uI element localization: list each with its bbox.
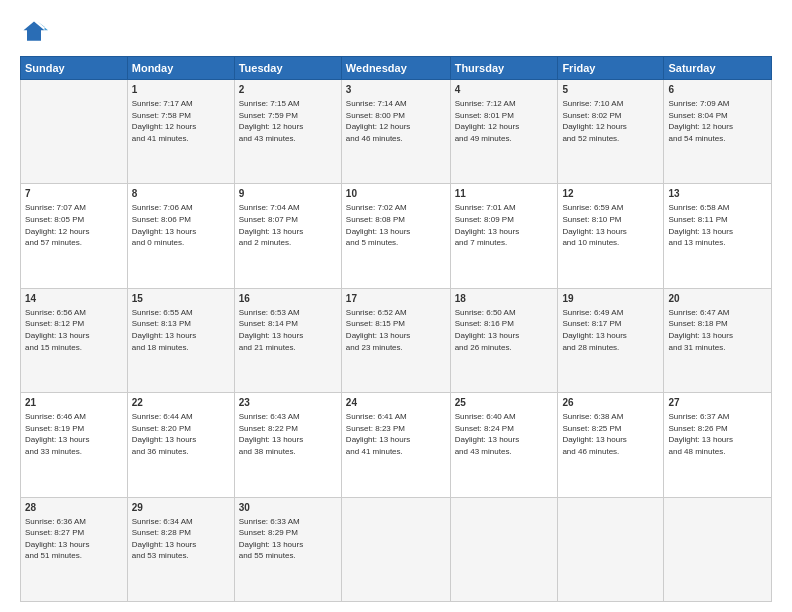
day-number: 3: [346, 83, 446, 97]
cell-2-2: 8Sunrise: 7:06 AM Sunset: 8:06 PM Daylig…: [127, 184, 234, 288]
week-row-1: 1Sunrise: 7:17 AM Sunset: 7:58 PM Daylig…: [21, 80, 772, 184]
cell-content: Sunrise: 6:55 AM Sunset: 8:13 PM Dayligh…: [132, 307, 230, 353]
cell-3-7: 20Sunrise: 6:47 AM Sunset: 8:18 PM Dayli…: [664, 288, 772, 392]
day-number: 21: [25, 396, 123, 410]
col-header-friday: Friday: [558, 57, 664, 80]
day-number: 28: [25, 501, 123, 515]
day-number: 23: [239, 396, 337, 410]
cell-1-3: 2Sunrise: 7:15 AM Sunset: 7:59 PM Daylig…: [234, 80, 341, 184]
cell-2-4: 10Sunrise: 7:02 AM Sunset: 8:08 PM Dayli…: [341, 184, 450, 288]
cell-5-4: [341, 497, 450, 601]
week-row-5: 28Sunrise: 6:36 AM Sunset: 8:27 PM Dayli…: [21, 497, 772, 601]
page: SundayMondayTuesdayWednesdayThursdayFrid…: [0, 0, 792, 612]
day-number: 16: [239, 292, 337, 306]
col-header-thursday: Thursday: [450, 57, 558, 80]
header-row: SundayMondayTuesdayWednesdayThursdayFrid…: [21, 57, 772, 80]
cell-1-1: [21, 80, 128, 184]
cell-2-1: 7Sunrise: 7:07 AM Sunset: 8:05 PM Daylig…: [21, 184, 128, 288]
cell-content: Sunrise: 6:34 AM Sunset: 8:28 PM Dayligh…: [132, 516, 230, 562]
day-number: 1: [132, 83, 230, 97]
day-number: 2: [239, 83, 337, 97]
cell-content: Sunrise: 7:02 AM Sunset: 8:08 PM Dayligh…: [346, 202, 446, 248]
cell-content: Sunrise: 7:09 AM Sunset: 8:04 PM Dayligh…: [668, 98, 767, 144]
cell-3-2: 15Sunrise: 6:55 AM Sunset: 8:13 PM Dayli…: [127, 288, 234, 392]
cell-4-7: 27Sunrise: 6:37 AM Sunset: 8:26 PM Dayli…: [664, 393, 772, 497]
cell-content: Sunrise: 6:58 AM Sunset: 8:11 PM Dayligh…: [668, 202, 767, 248]
calendar-table: SundayMondayTuesdayWednesdayThursdayFrid…: [20, 56, 772, 602]
cell-content: Sunrise: 6:53 AM Sunset: 8:14 PM Dayligh…: [239, 307, 337, 353]
cell-5-6: [558, 497, 664, 601]
cell-4-3: 23Sunrise: 6:43 AM Sunset: 8:22 PM Dayli…: [234, 393, 341, 497]
cell-content: Sunrise: 7:17 AM Sunset: 7:58 PM Dayligh…: [132, 98, 230, 144]
cell-content: Sunrise: 6:37 AM Sunset: 8:26 PM Dayligh…: [668, 411, 767, 457]
cell-content: Sunrise: 6:43 AM Sunset: 8:22 PM Dayligh…: [239, 411, 337, 457]
day-number: 24: [346, 396, 446, 410]
cell-4-4: 24Sunrise: 6:41 AM Sunset: 8:23 PM Dayli…: [341, 393, 450, 497]
day-number: 14: [25, 292, 123, 306]
cell-4-5: 25Sunrise: 6:40 AM Sunset: 8:24 PM Dayli…: [450, 393, 558, 497]
day-number: 27: [668, 396, 767, 410]
cell-3-5: 18Sunrise: 6:50 AM Sunset: 8:16 PM Dayli…: [450, 288, 558, 392]
logo-icon: [20, 18, 48, 46]
cell-3-4: 17Sunrise: 6:52 AM Sunset: 8:15 PM Dayli…: [341, 288, 450, 392]
cell-2-6: 12Sunrise: 6:59 AM Sunset: 8:10 PM Dayli…: [558, 184, 664, 288]
cell-3-1: 14Sunrise: 6:56 AM Sunset: 8:12 PM Dayli…: [21, 288, 128, 392]
cell-1-7: 6Sunrise: 7:09 AM Sunset: 8:04 PM Daylig…: [664, 80, 772, 184]
cell-2-3: 9Sunrise: 7:04 AM Sunset: 8:07 PM Daylig…: [234, 184, 341, 288]
cell-content: Sunrise: 6:40 AM Sunset: 8:24 PM Dayligh…: [455, 411, 554, 457]
cell-content: Sunrise: 7:14 AM Sunset: 8:00 PM Dayligh…: [346, 98, 446, 144]
cell-content: Sunrise: 7:01 AM Sunset: 8:09 PM Dayligh…: [455, 202, 554, 248]
cell-content: Sunrise: 6:47 AM Sunset: 8:18 PM Dayligh…: [668, 307, 767, 353]
day-number: 5: [562, 83, 659, 97]
col-header-wednesday: Wednesday: [341, 57, 450, 80]
cell-1-5: 4Sunrise: 7:12 AM Sunset: 8:01 PM Daylig…: [450, 80, 558, 184]
header: [20, 18, 772, 46]
cell-content: Sunrise: 7:06 AM Sunset: 8:06 PM Dayligh…: [132, 202, 230, 248]
cell-content: Sunrise: 6:38 AM Sunset: 8:25 PM Dayligh…: [562, 411, 659, 457]
day-number: 29: [132, 501, 230, 515]
col-header-saturday: Saturday: [664, 57, 772, 80]
day-number: 8: [132, 187, 230, 201]
cell-content: Sunrise: 7:04 AM Sunset: 8:07 PM Dayligh…: [239, 202, 337, 248]
cell-2-5: 11Sunrise: 7:01 AM Sunset: 8:09 PM Dayli…: [450, 184, 558, 288]
cell-5-7: [664, 497, 772, 601]
day-number: 19: [562, 292, 659, 306]
week-row-2: 7Sunrise: 7:07 AM Sunset: 8:05 PM Daylig…: [21, 184, 772, 288]
day-number: 18: [455, 292, 554, 306]
cell-content: Sunrise: 6:33 AM Sunset: 8:29 PM Dayligh…: [239, 516, 337, 562]
cell-3-6: 19Sunrise: 6:49 AM Sunset: 8:17 PM Dayli…: [558, 288, 664, 392]
day-number: 26: [562, 396, 659, 410]
cell-content: Sunrise: 7:10 AM Sunset: 8:02 PM Dayligh…: [562, 98, 659, 144]
cell-content: Sunrise: 6:52 AM Sunset: 8:15 PM Dayligh…: [346, 307, 446, 353]
cell-content: Sunrise: 6:44 AM Sunset: 8:20 PM Dayligh…: [132, 411, 230, 457]
week-row-3: 14Sunrise: 6:56 AM Sunset: 8:12 PM Dayli…: [21, 288, 772, 392]
day-number: 12: [562, 187, 659, 201]
col-header-tuesday: Tuesday: [234, 57, 341, 80]
day-number: 10: [346, 187, 446, 201]
day-number: 30: [239, 501, 337, 515]
cell-1-2: 1Sunrise: 7:17 AM Sunset: 7:58 PM Daylig…: [127, 80, 234, 184]
col-header-monday: Monday: [127, 57, 234, 80]
day-number: 20: [668, 292, 767, 306]
cell-3-3: 16Sunrise: 6:53 AM Sunset: 8:14 PM Dayli…: [234, 288, 341, 392]
cell-5-3: 30Sunrise: 6:33 AM Sunset: 8:29 PM Dayli…: [234, 497, 341, 601]
day-number: 13: [668, 187, 767, 201]
day-number: 4: [455, 83, 554, 97]
cell-content: Sunrise: 6:50 AM Sunset: 8:16 PM Dayligh…: [455, 307, 554, 353]
day-number: 6: [668, 83, 767, 97]
cell-content: Sunrise: 7:07 AM Sunset: 8:05 PM Dayligh…: [25, 202, 123, 248]
cell-5-1: 28Sunrise: 6:36 AM Sunset: 8:27 PM Dayli…: [21, 497, 128, 601]
cell-4-2: 22Sunrise: 6:44 AM Sunset: 8:20 PM Dayli…: [127, 393, 234, 497]
day-number: 25: [455, 396, 554, 410]
cell-5-5: [450, 497, 558, 601]
cell-4-6: 26Sunrise: 6:38 AM Sunset: 8:25 PM Dayli…: [558, 393, 664, 497]
day-number: 9: [239, 187, 337, 201]
cell-content: Sunrise: 6:49 AM Sunset: 8:17 PM Dayligh…: [562, 307, 659, 353]
cell-5-2: 29Sunrise: 6:34 AM Sunset: 8:28 PM Dayli…: [127, 497, 234, 601]
day-number: 7: [25, 187, 123, 201]
cell-content: Sunrise: 6:59 AM Sunset: 8:10 PM Dayligh…: [562, 202, 659, 248]
cell-content: Sunrise: 7:15 AM Sunset: 7:59 PM Dayligh…: [239, 98, 337, 144]
day-number: 17: [346, 292, 446, 306]
cell-1-4: 3Sunrise: 7:14 AM Sunset: 8:00 PM Daylig…: [341, 80, 450, 184]
logo: [20, 18, 52, 46]
